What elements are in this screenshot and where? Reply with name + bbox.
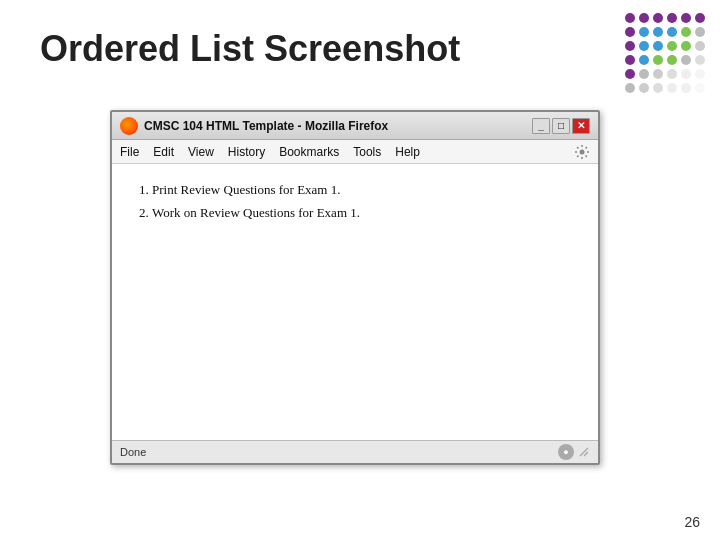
svg-point-32 — [653, 83, 663, 93]
content-area: Print Review Questions for Exam 1. Work … — [112, 164, 598, 440]
window-controls: _ □ ✕ — [532, 118, 590, 134]
svg-point-26 — [653, 69, 663, 79]
status-bar: Done ● — [112, 440, 598, 463]
svg-point-35 — [695, 83, 705, 93]
svg-point-29 — [695, 69, 705, 79]
menu-bookmarks[interactable]: Bookmarks — [279, 145, 339, 159]
title-bar-left: CMSC 104 HTML Template - Mozilla Firefox — [120, 117, 388, 135]
menu-history[interactable]: History — [228, 145, 265, 159]
svg-point-36 — [580, 149, 585, 154]
decorative-dot-grid — [620, 8, 710, 98]
ordered-list: Print Review Questions for Exam 1. Work … — [152, 178, 578, 225]
maximize-button[interactable]: □ — [552, 118, 570, 134]
svg-point-5 — [695, 13, 705, 23]
svg-point-20 — [653, 55, 663, 65]
gear-icon — [574, 144, 590, 160]
svg-point-19 — [639, 55, 649, 65]
status-text: Done — [120, 446, 146, 458]
svg-point-23 — [695, 55, 705, 65]
svg-line-38 — [584, 452, 588, 456]
browser-title: CMSC 104 HTML Template - Mozilla Firefox — [144, 119, 388, 133]
svg-point-31 — [639, 83, 649, 93]
close-button[interactable]: ✕ — [572, 118, 590, 134]
svg-point-8 — [653, 27, 663, 37]
menu-help[interactable]: Help — [395, 145, 420, 159]
svg-point-30 — [625, 83, 635, 93]
svg-point-0 — [625, 13, 635, 23]
svg-point-24 — [625, 69, 635, 79]
list-item: Work on Review Questions for Exam 1. — [152, 201, 578, 224]
slide-title: Ordered List Screenshot — [0, 0, 720, 90]
svg-point-22 — [681, 55, 691, 65]
svg-point-25 — [639, 69, 649, 79]
browser-window: CMSC 104 HTML Template - Mozilla Firefox… — [110, 110, 600, 465]
svg-point-13 — [639, 41, 649, 51]
svg-point-10 — [681, 27, 691, 37]
menu-file[interactable]: File — [120, 145, 139, 159]
minimize-button[interactable]: _ — [532, 118, 550, 134]
svg-point-4 — [681, 13, 691, 23]
menu-tools[interactable]: Tools — [353, 145, 381, 159]
svg-point-33 — [667, 83, 677, 93]
svg-line-37 — [580, 448, 588, 456]
menu-edit[interactable]: Edit — [153, 145, 174, 159]
svg-point-34 — [681, 83, 691, 93]
svg-point-16 — [681, 41, 691, 51]
svg-point-27 — [667, 69, 677, 79]
status-stop-icon: ● — [558, 444, 574, 460]
firefox-icon — [120, 117, 138, 135]
title-bar: CMSC 104 HTML Template - Mozilla Firefox… — [112, 112, 598, 140]
svg-point-6 — [625, 27, 635, 37]
page-number: 26 — [684, 514, 700, 530]
svg-point-9 — [667, 27, 677, 37]
resize-handle-icon — [578, 446, 590, 458]
svg-point-3 — [667, 13, 677, 23]
svg-point-2 — [653, 13, 663, 23]
svg-point-15 — [667, 41, 677, 51]
menu-bar: File Edit View History Bookmarks Tools H… — [112, 140, 598, 164]
svg-point-21 — [667, 55, 677, 65]
svg-point-12 — [625, 41, 635, 51]
svg-point-1 — [639, 13, 649, 23]
list-item: Print Review Questions for Exam 1. — [152, 178, 578, 201]
svg-point-7 — [639, 27, 649, 37]
svg-point-11 — [695, 27, 705, 37]
menu-view[interactable]: View — [188, 145, 214, 159]
svg-point-17 — [695, 41, 705, 51]
svg-point-18 — [625, 55, 635, 65]
svg-point-14 — [653, 41, 663, 51]
svg-point-28 — [681, 69, 691, 79]
